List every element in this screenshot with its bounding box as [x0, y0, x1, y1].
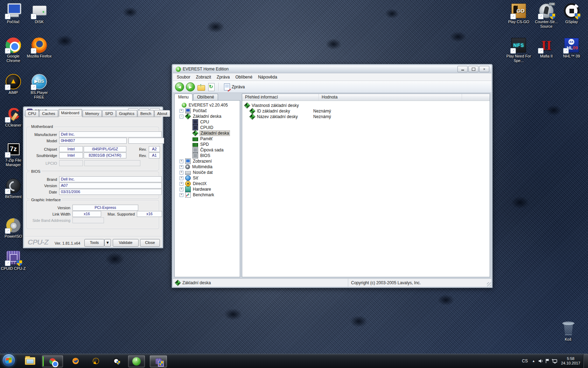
show-desktop-button[interactable]	[583, 354, 588, 368]
tab-about[interactable]: About	[154, 110, 170, 117]
tree-item-cipova-sada[interactable]: Čipová sada	[175, 147, 240, 153]
taskbar-clock[interactable]: 5:58 24.10.2017	[558, 356, 583, 366]
tree-item-bios[interactable]: BIOS	[175, 153, 240, 158]
validate-button[interactable]: Validate	[113, 239, 139, 247]
tab-menu[interactable]: Menu	[174, 94, 192, 101]
column-header-prehled[interactable]: Přehled informací	[242, 94, 319, 101]
navigation-tree[interactable]: EVEREST v2.20.405 + Počítač - Základní d…	[174, 100, 240, 277]
close-button[interactable]: ×	[479, 66, 489, 72]
tree-item-sit[interactable]: + Síť	[175, 175, 240, 181]
tab-caches[interactable]: Caches	[39, 110, 58, 117]
model-field[interactable]: 0HH807	[59, 138, 127, 144]
taskbar-chrome-button[interactable]	[42, 355, 63, 367]
tree-item-everest-version[interactable]: EVEREST v2.20.405	[175, 102, 240, 108]
bios-version-field[interactable]: A07	[59, 183, 162, 189]
bios-date-field[interactable]: 03/31/2006	[59, 189, 162, 195]
tab-memory[interactable]: Memory	[83, 110, 102, 117]
tree-item-cpu[interactable]: CPU	[175, 119, 240, 125]
southbridge-model-field[interactable]: 82801GB (ICH7/R)	[84, 152, 126, 158]
taskbar-gsplay-button[interactable]	[108, 355, 124, 367]
forward-button[interactable]: ▶	[186, 82, 195, 91]
desktop-icon-recycle-bin[interactable]: Koš	[555, 320, 581, 342]
tools-dropdown-button[interactable]: ▼	[104, 239, 111, 247]
southbridge-rev-field[interactable]: A1	[149, 152, 160, 158]
expand-toggle[interactable]: +	[180, 109, 183, 113]
taskbar-aimp-button[interactable]	[88, 355, 104, 367]
desktop-icon-counter-strike-source[interactable]: CSS Counter-Str... Source	[533, 3, 560, 29]
column-header-hodnota[interactable]: Hodnota	[319, 94, 462, 101]
start-button[interactable]	[2, 355, 15, 366]
tree-item-zakladni-deska-selected[interactable]: Základní deska	[175, 130, 240, 136]
southbridge-vendor-field[interactable]: Intel	[59, 152, 83, 158]
gi-version-field[interactable]: PCI-Express	[72, 205, 138, 211]
action-center-flag-icon[interactable]	[544, 354, 551, 368]
expand-toggle[interactable]: +	[180, 188, 183, 191]
list-item-row[interactable]: Název základní desky Neznámý	[242, 114, 490, 120]
menu-oblibene[interactable]: Oblíbené	[233, 74, 255, 80]
desktop-icon-bsplayer[interactable]: BS.Player FREE	[26, 74, 52, 100]
chipset-model-field[interactable]: i945P/PL/G/GZ	[84, 146, 126, 152]
chipset-vendor-field[interactable]: Intel	[59, 146, 83, 152]
tree-item-pamet[interactable]: Paměť	[175, 136, 240, 142]
expand-toggle[interactable]: +	[180, 182, 183, 186]
tree-item-directx[interactable]: + DirectX	[175, 181, 240, 186]
desktop-icon-google-chrome[interactable]: Google Chrome	[0, 37, 27, 63]
info-list[interactable]: Přehled informací Hodnota Vlastnosti zák…	[242, 94, 490, 277]
tree-item-cpuid[interactable]: CPUID	[175, 125, 240, 130]
menu-soubor[interactable]: Soubor	[174, 74, 193, 80]
manufacturer-field[interactable]: Dell Inc.	[59, 131, 162, 137]
desktop-icon-mozilla-firefox[interactable]: Mozilla Firefox	[26, 37, 52, 59]
volume-icon[interactable]	[537, 354, 544, 368]
tools-button[interactable]: Tools	[84, 239, 104, 247]
tree-item-zobrazeni[interactable]: + Zobrazení	[175, 158, 240, 164]
everest-titlebar[interactable]: EVEREST Home Edition ×	[173, 65, 491, 73]
tab-cpu[interactable]: CPU	[25, 110, 39, 117]
taskbar-cpuz-button[interactable]	[150, 355, 167, 367]
desktop-icon-aimp[interactable]: AIMP	[0, 74, 27, 95]
maximize-button[interactable]	[468, 66, 478, 72]
tree-item-pocitac[interactable]: + Počítač	[175, 108, 240, 114]
desktop-icon-play-nfs[interactable]: Play Need For Spe...	[505, 37, 532, 63]
tab-mainboard[interactable]: Mainboard	[58, 109, 82, 117]
tab-spd[interactable]: SPD	[102, 110, 116, 117]
tab-bench[interactable]: Bench	[138, 110, 154, 117]
model-extra-field[interactable]	[128, 138, 164, 144]
list-item-row[interactable]: ID základní desky Neznámý	[242, 108, 490, 114]
back-button[interactable]: ◀	[175, 82, 184, 91]
chipset-rev-field[interactable]: A2	[149, 146, 160, 152]
collapse-toggle[interactable]: -	[180, 115, 183, 118]
taskbar-explorer-button[interactable]	[23, 355, 37, 367]
expand-toggle[interactable]: +	[180, 193, 183, 197]
desktop-icon-cpuid-cpuz[interactable]: CPUID CPU-Z	[0, 250, 27, 271]
hidden-icons-chevron[interactable]: ▲	[530, 359, 537, 363]
tab-oblibene[interactable]: Oblíbené	[193, 94, 218, 101]
gi-link-width-field[interactable]: x16	[72, 211, 101, 217]
menu-napoveda[interactable]: Nápověda	[255, 74, 280, 80]
desktop-icon-mafia2[interactable]: Mafia II	[533, 37, 560, 59]
tree-item-nosice-dat[interactable]: + Nosiče dat	[175, 170, 240, 175]
tree-item-multimedia[interactable]: + Multimédia	[175, 164, 240, 170]
tree-item-zakladni-deska[interactable]: - Základní deska	[175, 114, 240, 119]
desktop-icon-disk[interactable]: DISK	[26, 3, 52, 24]
expand-toggle[interactable]: +	[180, 176, 183, 180]
language-indicator[interactable]: CS	[520, 359, 530, 363]
desktop-icon-pocitac[interactable]: Počítač	[0, 3, 27, 24]
taskbar-firefox-button[interactable]	[68, 355, 83, 367]
minimize-button[interactable]	[457, 66, 468, 72]
resize-grip[interactable]	[487, 282, 491, 286]
close-button[interactable]: Close	[140, 239, 160, 247]
bios-brand-field[interactable]: Dell Inc.	[59, 176, 162, 182]
tab-graphics[interactable]: Graphics	[116, 110, 137, 117]
network-icon[interactable]	[551, 354, 558, 368]
menu-zobrazit[interactable]: Zobrazit	[194, 74, 214, 80]
tree-item-benchmark[interactable]: + Benchmark	[175, 192, 240, 198]
up-folder-button[interactable]	[197, 83, 205, 91]
menu-zprava[interactable]: Zpráva	[214, 74, 232, 80]
report-button[interactable]: Zpráva	[222, 83, 247, 91]
desktop-icon-gsplay[interactable]: GSplay	[558, 3, 585, 24]
desktop-icon-nhl09[interactable]: HL09 NHL™ 09	[558, 37, 585, 59]
refresh-button[interactable]	[207, 83, 215, 91]
taskbar-everest-button[interactable]	[128, 355, 145, 367]
expand-toggle[interactable]: +	[180, 165, 183, 169]
list-group-row[interactable]: Vlastnosti základní desky	[242, 103, 490, 108]
